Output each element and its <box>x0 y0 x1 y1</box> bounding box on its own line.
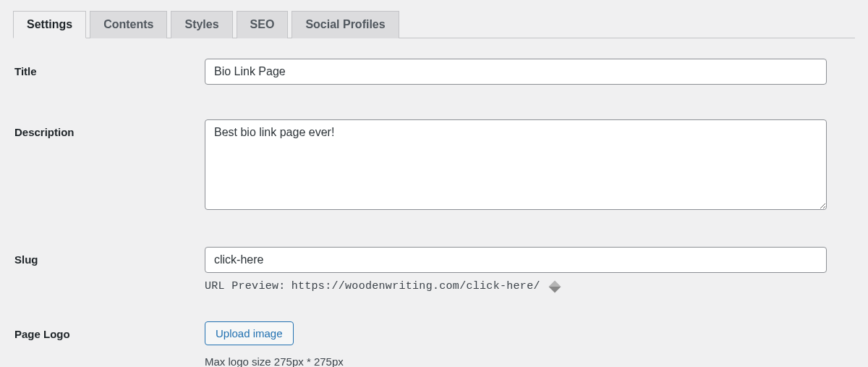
tab-seo[interactable]: SEO <box>237 11 289 38</box>
description-input[interactable]: Best bio link page ever! <box>205 119 827 210</box>
page-logo-label: Page Logo <box>13 321 205 340</box>
tab-contents[interactable]: Contents <box>90 11 167 38</box>
row-page-logo: Page Logo Upload image Max logo size 275… <box>13 321 855 367</box>
row-title: Title <box>13 59 855 85</box>
form-body: Title Description Best bio link page eve… <box>13 59 855 367</box>
settings-panel: Settings Contents Styles SEO Social Prof… <box>0 0 868 367</box>
copy-icon[interactable] <box>548 280 561 292</box>
slug-input[interactable] <box>205 247 827 273</box>
url-preview-label: URL Preview: <box>205 280 286 292</box>
url-preview: URL Preview: https://woodenwriting.com/c… <box>205 280 827 292</box>
title-label: Title <box>13 59 205 77</box>
slug-label: Slug <box>13 247 205 266</box>
title-input[interactable] <box>205 59 827 85</box>
row-description: Description Best bio link page ever! <box>13 119 855 212</box>
description-label: Description <box>13 119 205 138</box>
url-preview-value: https://woodenwriting.com/click-here/ <box>292 280 540 292</box>
tab-bar: Settings Contents Styles SEO Social Prof… <box>13 10 855 38</box>
tab-settings[interactable]: Settings <box>13 11 86 38</box>
logo-size-hint: Max logo size 275px * 275px <box>205 355 827 367</box>
tab-styles[interactable]: Styles <box>171 11 232 38</box>
upload-image-button[interactable]: Upload image <box>205 321 294 345</box>
tab-social-profiles[interactable]: Social Profiles <box>292 11 399 38</box>
row-slug: Slug URL Preview: https://woodenwriting.… <box>13 247 855 292</box>
